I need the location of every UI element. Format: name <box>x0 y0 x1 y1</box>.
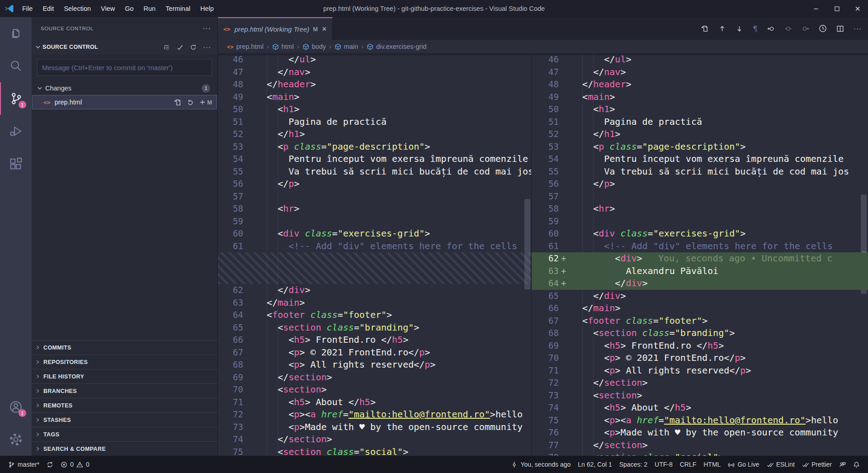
minimize-button[interactable]: – <box>806 0 826 17</box>
sidebar-section-commits[interactable]: COMMITS <box>32 340 217 355</box>
refresh-icon[interactable] <box>190 44 197 51</box>
language-mode[interactable]: HTML <box>700 456 724 473</box>
code-text[interactable]: <p> All rights reserved</p> <box>571 364 868 377</box>
code-text[interactable]: <p> © 2021 FrontEnd.ro</p> <box>571 352 868 364</box>
blame-status[interactable]: You, seconds ago <box>507 456 574 473</box>
sidebar-section-repositories[interactable]: REPOSITORIES <box>32 355 217 369</box>
code-text[interactable]: </main> <box>256 297 531 309</box>
code-text[interactable]: <div class="exercises-grid"> <box>256 227 531 240</box>
code-text[interactable]: </h1> <box>571 128 868 141</box>
menu-selection[interactable]: Selection <box>59 0 96 17</box>
code-text[interactable]: <section class="branding"> <box>256 322 531 334</box>
code-text[interactable]: <p> © 2021 FrontEnd.ro</p> <box>256 346 531 359</box>
prettier-status[interactable]: Prettier <box>798 456 835 473</box>
activity-settings-icon[interactable] <box>0 423 32 456</box>
code-text[interactable]: <hr> <box>571 203 868 215</box>
problems-indicator[interactable]: 00 <box>57 456 93 473</box>
commit-message-input[interactable] <box>37 59 212 76</box>
eol[interactable]: CRLF <box>676 456 700 473</box>
code-text[interactable] <box>571 215 868 228</box>
breadcrumb-item-prep-html[interactable]: <>prep.html <box>227 43 264 50</box>
activity-search-icon[interactable] <box>0 50 32 82</box>
open-changes-inline-icon[interactable] <box>784 25 792 33</box>
branch-indicator[interactable]: master* <box>5 456 43 473</box>
code-text[interactable]: </div> <box>571 277 868 290</box>
indentation[interactable]: Spaces: 2 <box>616 456 651 473</box>
code-text[interactable]: Pentru început vom exersa împreună comen… <box>256 153 531 166</box>
code-text[interactable]: Va trebui să scrii mici bucăți de cod ma… <box>256 166 531 178</box>
file-history-icon[interactable] <box>819 24 827 33</box>
cursor-position[interactable]: Ln 62, Col 1 <box>574 456 616 473</box>
activity-accounts-icon[interactable]: 1 <box>0 391 32 423</box>
code-text[interactable]: </h1> <box>256 128 531 141</box>
code-text[interactable]: </header> <box>571 78 868 91</box>
code-text[interactable] <box>256 190 531 203</box>
code-text[interactable]: <!-- Add "div" elements here for the cel… <box>256 240 531 253</box>
code-text[interactable]: <section> <box>256 383 531 396</box>
code-text[interactable]: </ul> <box>256 53 531 66</box>
code-text[interactable]: <h5> About </h5> <box>571 402 868 414</box>
maximize-button[interactable] <box>826 0 847 17</box>
code-text[interactable]: <section class="social"> <box>571 451 868 456</box>
code-text[interactable] <box>571 190 868 203</box>
close-button[interactable]: × <box>847 0 868 17</box>
notifications[interactable] <box>849 456 863 473</box>
tab-prep-html[interactable]: <> prep.html (Working Tree) M × <box>218 17 333 40</box>
code-text[interactable]: <p> All rights reserved</p> <box>256 359 531 371</box>
code-text[interactable]: </section> <box>571 377 868 389</box>
breadcrumb-item-html[interactable]: html <box>272 43 294 50</box>
more-actions-icon[interactable]: ··· <box>203 43 211 51</box>
breadcrumb-item-div-exercises-grid[interactable]: div.exercises-grid <box>367 43 427 50</box>
menu-view[interactable]: View <box>96 0 120 17</box>
code-text[interactable]: <p><a href="mailto:hello@frontend.ro">he… <box>571 414 868 427</box>
code-text[interactable]: </p> <box>256 178 531 190</box>
menu-run[interactable]: Run <box>139 0 161 17</box>
code-text[interactable]: Pagina de practică <box>571 116 868 128</box>
sidebar-section-remotes[interactable]: REMOTES <box>32 398 217 412</box>
commit-icon[interactable] <box>176 43 184 51</box>
next-change-icon[interactable] <box>736 25 743 33</box>
changed-file-row[interactable]: <> prep.html M <box>32 95 217 109</box>
sidebar-section-tags[interactable]: TAGS <box>32 427 217 441</box>
code-text[interactable]: <section class="social"> <box>256 446 531 456</box>
code-text[interactable]: Va trebui să scrii mici bucăți de cod ma… <box>571 166 868 178</box>
sidebar-section-stashes[interactable]: STASHES <box>32 412 217 427</box>
code-text[interactable]: <section class="branding"> <box>571 327 868 340</box>
menu-edit[interactable]: Edit <box>38 0 59 17</box>
code-text[interactable]: <p class="page-description"> <box>256 141 531 153</box>
menu-file[interactable]: File <box>17 0 38 17</box>
code-text[interactable]: Pentru început vom exersa împreună comen… <box>571 153 868 166</box>
code-text[interactable] <box>256 215 531 228</box>
open-changes-before-icon[interactable] <box>767 25 775 33</box>
toggle-whitespace-icon[interactable]: ¶ <box>753 24 758 33</box>
encoding[interactable]: UTF-8 <box>651 456 676 473</box>
scm-provider-header[interactable]: SOURCE CONTROL ··· <box>32 40 217 54</box>
code-text[interactable]: </header> <box>256 78 531 91</box>
split-editor-icon[interactable] <box>836 25 844 33</box>
code-text[interactable]: <footer class="footer"> <box>256 309 531 322</box>
tab-close-icon[interactable]: × <box>322 24 327 34</box>
previous-change-icon[interactable] <box>718 25 726 33</box>
discard-changes-icon[interactable] <box>187 99 194 106</box>
changes-header[interactable]: Changes 1 <box>32 81 217 95</box>
view-as-tree-icon[interactable] <box>163 44 170 51</box>
code-text[interactable]: </nav> <box>571 66 868 79</box>
menu-terminal[interactable]: Terminal <box>160 0 195 17</box>
breadcrumb-item-body[interactable]: body <box>302 43 326 50</box>
open-file-icon[interactable] <box>174 99 182 106</box>
code-text[interactable]: <h1> <box>571 103 868 116</box>
sidebar-section-branches[interactable]: BRANCHES <box>32 383 217 398</box>
menu-go[interactable]: Go <box>120 0 138 17</box>
activity-run-and-debug-icon[interactable] <box>0 115 32 147</box>
code-text[interactable]: <main> <box>571 91 868 104</box>
code-text[interactable]: <h5> About </h5> <box>256 396 531 409</box>
code-text[interactable]: </div> <box>571 290 868 303</box>
more-actions-icon[interactable]: ··· <box>854 24 862 33</box>
code-text[interactable]: <p class="page-description"> <box>571 141 868 153</box>
code-text[interactable]: </section> <box>256 371 531 384</box>
eslint-status[interactable]: ESLint <box>763 456 798 473</box>
code-text[interactable]: <hr> <box>256 203 531 215</box>
code-text[interactable]: </nav> <box>256 66 531 79</box>
code-text[interactable]: <p><a href="mailto:hello@frontend.ro">he… <box>256 408 531 421</box>
menu-help[interactable]: Help <box>195 0 219 17</box>
